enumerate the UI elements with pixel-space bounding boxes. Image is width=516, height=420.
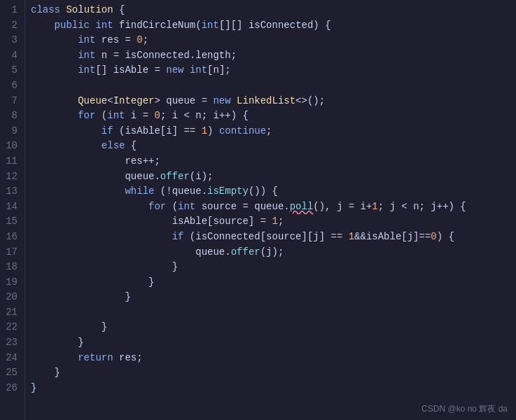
code-line: return res; — [31, 351, 510, 366]
line-number: 25 — [6, 365, 18, 381]
code-line: res++; — [31, 154, 510, 169]
code-line — [31, 78, 510, 94]
line-number: 26 — [6, 381, 18, 396]
line-number: 9 — [6, 124, 18, 139]
line-number: 5 — [6, 63, 18, 78]
line-number: 15 — [6, 214, 18, 230]
line-number: 21 — [6, 305, 18, 321]
line-number: 7 — [6, 94, 18, 109]
code-line: queue.offer(j); — [31, 245, 510, 260]
code-line: Queue<Integer> queue = new LinkedList<>(… — [31, 94, 510, 109]
code-line: public int findCircleNum(int[][] isConne… — [31, 18, 510, 34]
line-number: 1 — [6, 3, 18, 18]
line-number: 12 — [6, 169, 18, 185]
line-number: 23 — [6, 335, 18, 351]
line-number: 11 — [6, 154, 18, 169]
line-number: 13 — [6, 184, 18, 200]
line-number: 22 — [6, 320, 18, 335]
code-line: for (int source = queue.poll(), j = i+1;… — [31, 200, 510, 215]
code-line — [31, 305, 510, 321]
code-line: while (!queue.isEmpty()) { — [31, 184, 510, 200]
code-line: if (isConnected[source][j] == 1&&isAble[… — [31, 230, 510, 245]
code-line: } — [31, 335, 510, 351]
code-line: } — [31, 365, 510, 381]
code-line: int res = 0; — [31, 33, 510, 48]
line-number: 6 — [6, 78, 18, 94]
code-container: 1234567891011121314151617181920212223242… — [0, 0, 516, 420]
line-number: 16 — [6, 230, 18, 245]
footer-text: CSDN @ko no 辉夜 da — [421, 402, 508, 416]
line-number: 20 — [6, 290, 18, 305]
code-line: } — [31, 381, 510, 396]
line-number: 19 — [6, 275, 18, 290]
line-number: 8 — [6, 108, 18, 124]
code-line: isAble[source] = 1; — [31, 214, 510, 230]
code-line: } — [31, 275, 510, 290]
line-number: 4 — [6, 48, 18, 64]
line-numbers: 1234567891011121314151617181920212223242… — [0, 0, 25, 420]
code-line: if (isAble[i] == 1) continue; — [31, 124, 510, 139]
line-number: 3 — [6, 33, 18, 48]
line-number: 18 — [6, 260, 18, 275]
code-line: for (int i = 0; i < n; i++) { — [31, 108, 510, 124]
line-number: 14 — [6, 200, 18, 215]
code-content[interactable]: class Solution { public int findCircleNu… — [25, 0, 516, 420]
code-line: } — [31, 320, 510, 335]
line-number: 2 — [6, 18, 18, 34]
code-line: queue.offer(i); — [31, 169, 510, 185]
line-number: 10 — [6, 139, 18, 154]
code-line: class Solution { — [31, 3, 510, 18]
code-line: else { — [31, 139, 510, 154]
code-line: int[] isAble = new int[n]; — [31, 63, 510, 78]
code-line: } — [31, 260, 510, 275]
line-number: 24 — [6, 351, 18, 366]
line-number: 17 — [6, 245, 18, 260]
code-line: } — [31, 290, 510, 305]
code-line: int n = isConnected.length; — [31, 48, 510, 64]
